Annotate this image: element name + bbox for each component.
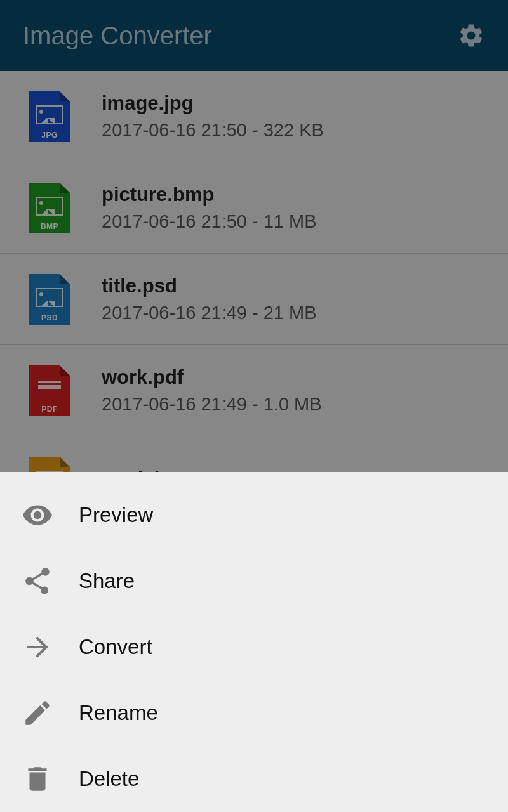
- sheet-item-label: Convert: [79, 635, 152, 659]
- delete-button[interactable]: Delete: [0, 746, 508, 812]
- bottom-sheet: Preview Share Convert Rename Delete: [0, 472, 508, 812]
- convert-button[interactable]: Convert: [0, 614, 508, 680]
- sheet-item-label: Rename: [79, 701, 158, 725]
- rename-button[interactable]: Rename: [0, 680, 508, 746]
- preview-button[interactable]: Preview: [0, 482, 508, 548]
- sheet-item-label: Preview: [79, 503, 153, 527]
- share-icon: [22, 565, 53, 597]
- pencil-icon: [22, 697, 53, 729]
- sheet-item-label: Share: [79, 569, 135, 593]
- trash-icon: [22, 763, 53, 795]
- arrow-right-icon: [22, 631, 53, 663]
- eye-icon: [22, 499, 53, 531]
- sheet-item-label: Delete: [79, 767, 139, 791]
- share-button[interactable]: Share: [0, 548, 508, 614]
